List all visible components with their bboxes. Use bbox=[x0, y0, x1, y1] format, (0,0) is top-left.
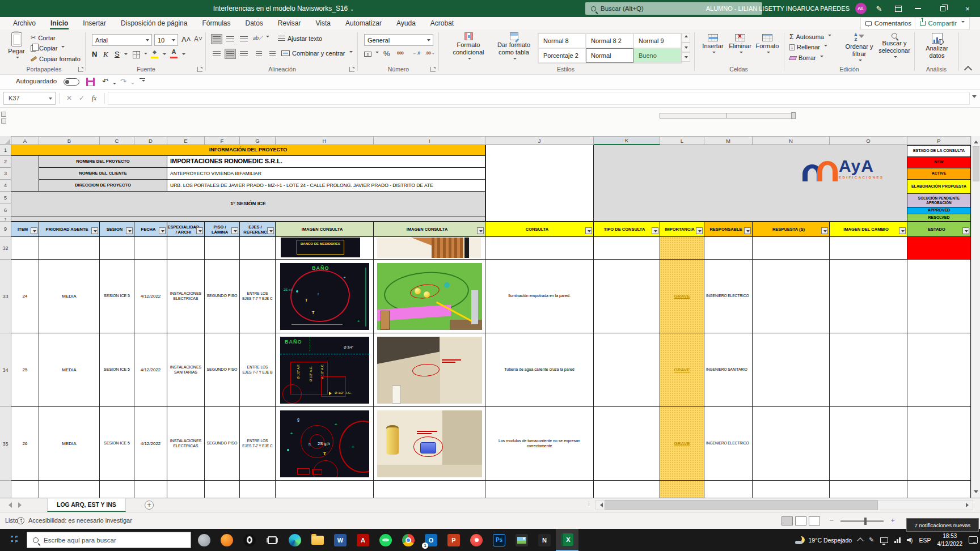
scroll-up-arrow[interactable] bbox=[974, 138, 978, 143]
info-label-client[interactable]: NOMBRE DEL CLIENTE bbox=[39, 168, 167, 180]
cell[interactable] bbox=[39, 237, 100, 260]
cell-sesion[interactable]: SESION ICE 5 bbox=[100, 333, 134, 407]
cell[interactable] bbox=[907, 407, 971, 481]
file-explorer-icon[interactable] bbox=[306, 529, 329, 551]
comments-button[interactable]: Comentarios bbox=[860, 17, 916, 29]
filter-icon[interactable] bbox=[744, 227, 751, 234]
show-hidden-icons-chevron[interactable] bbox=[858, 537, 863, 543]
bold-button[interactable]: N bbox=[92, 50, 97, 58]
cell[interactable] bbox=[753, 333, 830, 407]
font-color-dropdown[interactable] bbox=[180, 52, 185, 59]
gallery-more-button[interactable] bbox=[682, 52, 690, 62]
cell-prioridad[interactable]: MEDIA bbox=[39, 333, 100, 407]
info-value-project[interactable]: IMPORTACIONES RONOMEDIC S.R.L. bbox=[167, 156, 485, 168]
col-header-D[interactable]: D bbox=[134, 136, 167, 145]
row-header-5[interactable]: 5 bbox=[0, 192, 11, 204]
tab-revisar[interactable]: Revisar bbox=[271, 17, 309, 29]
tab-automatizar[interactable]: Automatizar bbox=[338, 17, 389, 29]
weather-widget[interactable]: 19°C Despejado bbox=[797, 536, 852, 544]
tab-formulas[interactable]: Fórmulas bbox=[195, 17, 238, 29]
find-select-button[interactable]: Buscar y seleccionar bbox=[877, 33, 912, 62]
cell-importancia-grave[interactable]: GRAVE bbox=[660, 407, 704, 481]
cell[interactable] bbox=[485, 237, 594, 260]
cell[interactable] bbox=[753, 237, 830, 260]
network-icon[interactable] bbox=[894, 537, 901, 543]
notes-app-icon[interactable]: N bbox=[533, 529, 556, 551]
align-left-button[interactable] bbox=[211, 49, 222, 59]
style-normal-9[interactable]: Normal 9 bbox=[633, 33, 681, 48]
volume-icon[interactable]: ) bbox=[907, 537, 913, 544]
row-header-4[interactable]: 4 bbox=[0, 180, 11, 192]
cell[interactable] bbox=[39, 481, 100, 498]
sheet-nav-left-arrow[interactable] bbox=[6, 502, 12, 508]
header-ejes[interactable]: EJES / REFERENC bbox=[240, 222, 276, 237]
col-header-E[interactable]: E bbox=[167, 136, 205, 145]
customize-qat-button[interactable] bbox=[140, 78, 145, 86]
cell-ejes[interactable]: ENTRE LOS EJES 7-7 Y EJE C bbox=[240, 407, 276, 481]
cell[interactable] bbox=[205, 481, 240, 498]
increase-indent-button[interactable] bbox=[267, 49, 278, 59]
zoom-slider[interactable] bbox=[840, 520, 884, 522]
floating-object-outline[interactable] bbox=[660, 113, 794, 118]
filter-icon[interactable] bbox=[31, 227, 37, 234]
row-header-6[interactable]: 6 bbox=[0, 204, 11, 217]
col-header-N[interactable]: N bbox=[753, 136, 830, 145]
cell-especialidad[interactable]: INSTALACIONES ELECTRICAS bbox=[167, 407, 205, 481]
font-dialog-launcher[interactable] bbox=[197, 67, 202, 72]
tab-inicio[interactable]: Inicio bbox=[43, 17, 75, 29]
legend-title[interactable]: ESTADO DE LA CONSULTA bbox=[907, 145, 971, 157]
cell[interactable] bbox=[134, 237, 167, 260]
cell-fecha[interactable]: 4/12/2022 bbox=[134, 260, 167, 333]
col-header-C[interactable]: C bbox=[100, 136, 134, 145]
cell[interactable] bbox=[594, 237, 660, 260]
tab-disposicion[interactable]: Disposición de página bbox=[113, 17, 195, 29]
cancel-entry-button[interactable]: ✕ bbox=[64, 92, 75, 105]
number-dialog-launcher[interactable] bbox=[430, 67, 436, 72]
header-imagen-consulta-2[interactable]: IMAGEN CONSULTA bbox=[374, 222, 485, 237]
filter-icon[interactable] bbox=[821, 227, 828, 234]
orange-app-icon[interactable] bbox=[216, 529, 238, 551]
header-item[interactable]: ITEM bbox=[11, 222, 39, 237]
tab-ayuda[interactable]: Ayuda bbox=[389, 17, 423, 29]
cut-button[interactable]: Cortar bbox=[31, 34, 56, 41]
filter-icon[interactable] bbox=[159, 227, 166, 234]
acrobat-icon[interactable]: A bbox=[352, 529, 374, 551]
cell-item[interactable]: 25 bbox=[11, 333, 39, 407]
align-right-button[interactable] bbox=[238, 49, 250, 59]
align-top-button[interactable] bbox=[211, 34, 222, 44]
cell[interactable] bbox=[240, 481, 276, 498]
display-tray-icon[interactable] bbox=[880, 537, 888, 543]
taskbar-search[interactable]: Escribe aquí para buscar bbox=[27, 532, 191, 548]
insert-cells-button[interactable]: Insertar bbox=[700, 34, 726, 57]
header-estado[interactable]: ESTADO bbox=[907, 222, 971, 237]
page-break-view-button[interactable] bbox=[809, 516, 820, 525]
info-value-address[interactable]: URB. LOS PORTALES DE JAVIER PRADO - MZ-I… bbox=[167, 180, 485, 192]
cell-image-render-row32[interactable] bbox=[374, 237, 485, 260]
cell-sesion[interactable]: SESION ICE 5 bbox=[100, 407, 134, 481]
cell-consulta[interactable]: Los modulos de tomacorriente no se expre… bbox=[485, 407, 594, 481]
style-normal-8[interactable]: Normal 8 bbox=[538, 33, 586, 48]
sheet-nav-right-arrow[interactable] bbox=[18, 502, 24, 508]
cell[interactable] bbox=[374, 481, 485, 498]
tab-strip-splitter[interactable]: ⁞ bbox=[588, 501, 590, 507]
filter-icon[interactable] bbox=[126, 227, 133, 234]
cell[interactable] bbox=[594, 260, 660, 333]
merge-center-button[interactable]: Combinar y centrar bbox=[281, 50, 353, 57]
tab-archivo[interactable]: Archivo bbox=[6, 17, 43, 29]
comma-style-button[interactable]: 000 bbox=[397, 51, 404, 55]
font-family-select[interactable]: Arial bbox=[92, 34, 152, 46]
cell-importancia[interactable] bbox=[660, 237, 704, 260]
cell[interactable] bbox=[11, 156, 39, 192]
row-header-32[interactable]: 32 bbox=[0, 237, 11, 260]
col-header-I[interactable]: I bbox=[374, 136, 485, 145]
row-header-34[interactable]: 34 bbox=[0, 333, 11, 407]
insert-function-button[interactable]: fx bbox=[88, 92, 100, 105]
delete-cells-button[interactable]: Eliminar bbox=[727, 34, 753, 57]
sheet-tab-active[interactable]: LOG ARQ, EST Y INS bbox=[47, 498, 126, 512]
cell[interactable] bbox=[830, 260, 907, 333]
document-title[interactable]: Interferencias en el modelo Navisworks_S… bbox=[0, 0, 567, 17]
cell[interactable] bbox=[485, 481, 594, 498]
cell[interactable] bbox=[830, 407, 907, 481]
paste-button[interactable]: Pegar bbox=[6, 32, 27, 62]
decrease-indent-button[interactable] bbox=[253, 49, 264, 59]
